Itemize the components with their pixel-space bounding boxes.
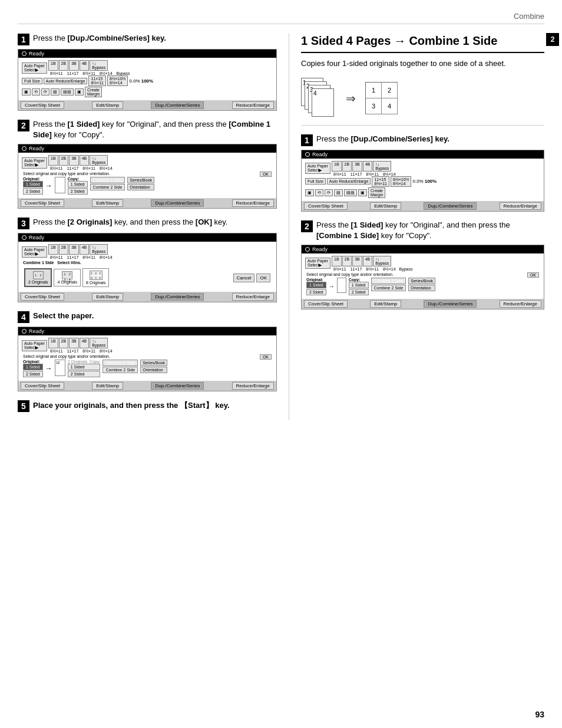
r2-2-sided-copy[interactable]: 2 Sided <box>349 289 369 295</box>
footer4-dup[interactable]: Dup./Combine/Series <box>151 382 204 390</box>
paper-2b[interactable]: 2B <box>59 60 69 71</box>
combine-2-side-4[interactable]: Combine 2 Side <box>103 367 138 373</box>
r-icon-4[interactable]: ▤ <box>334 189 343 196</box>
1-sided-orig-4[interactable]: 1 Sided <box>23 364 43 370</box>
footer4-cover[interactable]: Cover/Slip Sheet <box>21 382 64 390</box>
2-sided-copy[interactable]: 2 Sided <box>68 188 88 195</box>
r-footer2-edit[interactable]: Edit/Stamp <box>370 300 401 308</box>
r-icon-6[interactable]: ▣ <box>358 189 367 196</box>
r-footer2-dup[interactable]: Dup./Combine/Series <box>424 300 477 308</box>
footer3-cover[interactable]: Cover/Slip Sheet <box>21 293 64 301</box>
p2-bypass[interactable]: ↑↓Bypass <box>90 155 108 166</box>
r2-1b[interactable]: 1B <box>332 256 342 266</box>
8-originals-btn[interactable]: 1 2 3 4 5 6 8 Originals <box>82 268 109 287</box>
orientation-btn[interactable]: Orientation <box>127 184 154 190</box>
bypass-btn[interactable]: ↑↓Bypass <box>90 60 108 71</box>
auto-paper-btn-2[interactable]: Auto PaperSelect▶ <box>22 157 47 169</box>
r2-2b[interactable]: 2B <box>342 256 352 266</box>
ok-btn-2[interactable]: OK <box>260 172 272 177</box>
p3-3b[interactable]: 3B <box>69 244 79 255</box>
r-footer1-dup[interactable]: Dup./Combine/Series <box>424 202 477 210</box>
p2-2b[interactable]: 2B <box>59 155 69 166</box>
r-icon-2[interactable]: ⟲ <box>315 189 323 196</box>
1-sided-orig[interactable]: 1 Sided <box>23 181 43 187</box>
p3-2b[interactable]: 2B <box>59 244 69 255</box>
r2-1-sided-orig[interactable]: 1 Sided <box>306 282 326 288</box>
create-margin[interactable]: CreateMargin <box>85 87 102 97</box>
footer3-reduce[interactable]: Reduce/Enlarge <box>232 293 274 301</box>
footer3-dup[interactable]: Dup./Combine/Series <box>151 293 204 301</box>
2-sided-orig[interactable]: 2 Sided <box>23 188 43 195</box>
2-sided-orig-4[interactable]: 2 Sided <box>23 371 43 377</box>
r1-4b[interactable]: 4B <box>363 161 373 172</box>
footer4-edit[interactable]: Edit/Stamp <box>92 382 123 390</box>
r-footer2-reduce[interactable]: Reduce/Enlarge <box>500 300 541 308</box>
footer4-reduce[interactable]: Reduce/Enlarge <box>232 382 274 390</box>
cancel-btn-3[interactable]: Cancel <box>233 274 255 282</box>
r-auto-paper-1[interactable]: Auto PaperSelect▶ <box>305 163 330 174</box>
size-8x10[interactable]: 8½×10½8½×14 <box>107 75 128 86</box>
footer3-edit[interactable]: Edit/Stamp <box>92 293 123 301</box>
r-icon-5[interactable]: ▤▤ <box>344 189 357 196</box>
icon-5[interactable]: ▤▤ <box>61 88 74 95</box>
r-full-size[interactable]: Full Size <box>305 178 326 185</box>
r-footer1-cover[interactable]: Cover/Slip Sheet <box>304 202 348 210</box>
r-size-8x10[interactable]: 8½×10½8½×14 <box>391 176 411 187</box>
series-book-btn[interactable]: Series/Book <box>127 177 154 183</box>
r2-orientation[interactable]: Orientation <box>408 285 435 291</box>
r1-3b[interactable]: 3B <box>352 161 362 172</box>
auto-paper-btn-3[interactable]: Auto PaperSelect▶ <box>22 246 47 258</box>
combine-2-side[interactable]: Combine 2 Side <box>90 184 125 190</box>
icon-6[interactable]: ▣ <box>75 88 84 95</box>
2-originals-btn[interactable]: 1 2 2 Originals <box>24 268 52 287</box>
icon-3[interactable]: ⟳ <box>41 88 49 95</box>
icon-2[interactable]: ⟲ <box>32 88 40 95</box>
ok-btn-3[interactable]: OK <box>256 274 270 282</box>
p4-2b[interactable]: 2B <box>59 338 69 348</box>
r2-3b[interactable]: 3B <box>352 256 362 266</box>
auto-reduce-btn[interactable]: Auto Reduce/Enlarge <box>44 78 88 84</box>
icon-1[interactable]: ▣ <box>22 88 31 95</box>
r2-1-sided-copy[interactable]: 1 Sided <box>349 282 369 288</box>
r-footer2-cover[interactable]: Cover/Slip Sheet <box>304 300 348 308</box>
combine-1-side[interactable]: Combine 1 Side <box>90 177 125 183</box>
r1-1b[interactable]: 1B <box>332 161 342 172</box>
footer2-cover[interactable]: Cover/Slip Sheet <box>21 199 64 207</box>
r2-combine-1[interactable]: Combine 1 Side <box>371 278 406 284</box>
combine-1-side-4[interactable]: Combine 1 Side <box>103 360 138 366</box>
r-create-margin[interactable]: CreateMargin <box>368 187 385 198</box>
p4-1b[interactable]: 1B <box>48 338 58 348</box>
r-footer1-edit[interactable]: Edit/Stamp <box>370 202 401 210</box>
r-size-11x15[interactable]: 11×158½×11 <box>372 176 389 187</box>
footer2-reduce[interactable]: Reduce/Enlarge <box>232 199 274 207</box>
orientation-btn-4[interactable]: Orientation <box>140 367 167 373</box>
p2-3b[interactable]: 3B <box>69 155 79 166</box>
2-sided-copy-4[interactable]: 2 Sided <box>68 371 101 377</box>
p4-4b[interactable]: 4B <box>80 338 90 348</box>
1-sided-copy-4[interactable]: 1 Sided <box>68 364 101 370</box>
full-size-btn[interactable]: Full Size <box>22 78 42 84</box>
p3-4b[interactable]: 4B <box>80 244 90 255</box>
auto-paper-btn[interactable]: Auto PaperSelect▶ <box>22 62 47 74</box>
r2-bypass[interactable]: ↑↓Bypass <box>373 256 391 266</box>
r-footer1-reduce[interactable]: Reduce/Enlarge <box>500 202 541 210</box>
footer-reduce[interactable]: Reduce/Enlarge <box>232 101 274 109</box>
footer-dup[interactable]: Dup./Combine/Series <box>151 101 204 109</box>
footer-cover[interactable]: Cover/Slip Sheet <box>21 101 64 109</box>
r-icon-3[interactable]: ⟳ <box>325 189 333 196</box>
ok-btn-4[interactable]: OK <box>260 354 272 360</box>
p2-4b[interactable]: 4B <box>80 155 90 166</box>
paper-4b[interactable]: 4B <box>80 60 90 71</box>
paper-3b[interactable]: 3B <box>69 60 79 71</box>
r-auto-reduce[interactable]: Auto Reduce/Enlarge <box>327 178 371 185</box>
p3-1b[interactable]: 1B <box>48 244 58 255</box>
r2-4b[interactable]: 4B <box>363 256 373 266</box>
r2-series-book[interactable]: Series/Book <box>408 278 435 284</box>
r2-combine-2[interactable]: Combine 2 Side <box>371 285 406 291</box>
paper-1b[interactable]: 1B <box>48 60 58 71</box>
r1-bypass[interactable]: ↑↓Bypass <box>373 161 391 172</box>
r1-2b[interactable]: 2B <box>342 161 352 172</box>
p3-bypass[interactable]: ↑↓Bypass <box>90 244 108 255</box>
4-originals-btn[interactable]: 1 2 3 4 4 Originals <box>54 269 80 286</box>
footer2-dup[interactable]: Dup./Combine/Series <box>151 199 204 207</box>
